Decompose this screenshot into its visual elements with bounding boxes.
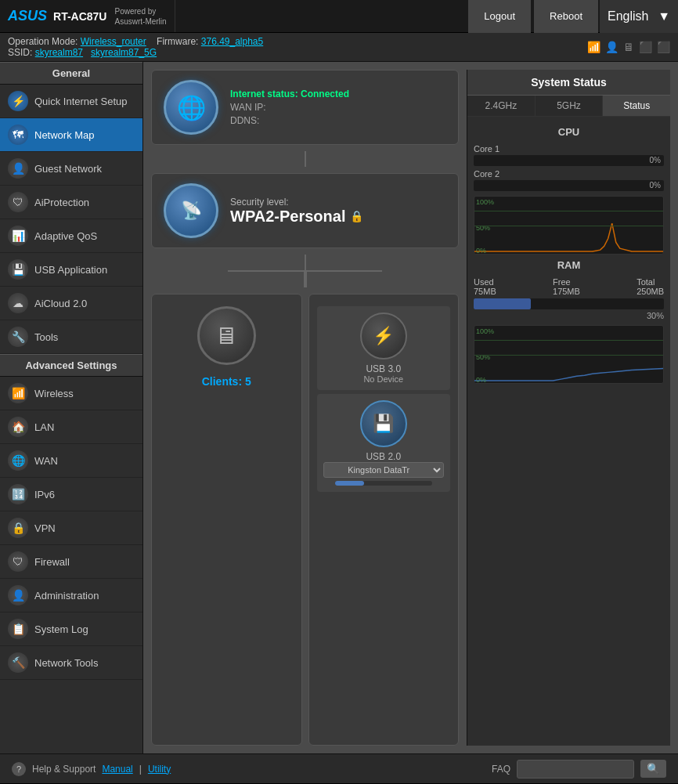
ram-chart: 100% 50% 0% (474, 325, 664, 384)
sidebar-item-vpn[interactable]: 🔒 VPN (0, 511, 142, 545)
core1-label: Core 1 (474, 144, 664, 154)
operation-mode-value[interactable]: Wireless_router (81, 36, 146, 47)
sidebar-item-usb-application[interactable]: 💾 USB Application (0, 253, 142, 287)
tab-5ghz[interactable]: 5GHz (536, 96, 604, 116)
sidebar-item-firewall[interactable]: 🛡 Firewall (0, 545, 142, 579)
core2-label: Core 2 (474, 169, 664, 179)
ram-total-value: 250MB (637, 287, 664, 296)
center-panel: 🌐 Internet status: Connected WAN IP: DDN… (151, 70, 459, 746)
internet-status-label: Internet status: (230, 89, 298, 99)
internet-status-value: Connected (301, 89, 349, 99)
ssid-value1[interactable]: skyrealm87 (35, 47, 83, 58)
sidebar-label-aiprotection: AiProtection (34, 197, 89, 208)
sidebar-item-ipv6[interactable]: 🔢 IPv6 (0, 478, 142, 511)
security-level-label: Security level: (230, 197, 363, 208)
clients-icon: 🖥 (197, 306, 256, 365)
usb-application-icon: 💾 (8, 259, 28, 280)
usb2-device-select[interactable]: Kingston DataTr (323, 462, 445, 478)
lock-icon: 🔒 (350, 210, 363, 222)
sidebar-item-lan[interactable]: 🏠 LAN (0, 410, 142, 444)
clients-number: 5 (245, 375, 251, 388)
usb3-label: USB 3.0 (366, 363, 401, 374)
ram-header: Used 75MB Free 175MB Total 250MB (474, 277, 664, 296)
tab-2-4ghz[interactable]: 2.4GHz (467, 96, 536, 116)
ssid-value2[interactable]: skyrealm87_5G (91, 47, 157, 58)
logo-area: ASUS RT-AC87U Powered by Asuswrt-Merlin (0, 0, 175, 32)
header-nav: Logout Reboot English ▼ (467, 0, 678, 33)
sidebar-item-wan[interactable]: 🌐 WAN (0, 444, 142, 478)
guest-network-icon: 👤 (8, 158, 28, 179)
router-icon: 📡 (164, 183, 218, 238)
sidebar-label-administration: Administration (34, 590, 99, 602)
sidebar-item-quick-internet-setup[interactable]: ⚡ Quick Internet Setup (0, 85, 142, 118)
bottom-panels: 🖥 Clients: 5 ⚡ USB 3.0 No Device (151, 294, 459, 746)
sidebar-item-administration[interactable]: 👤 Administration (0, 579, 142, 612)
help-label: Help & Support (32, 764, 96, 775)
sidebar-item-guest-network[interactable]: 👤 Guest Network (0, 152, 142, 186)
sidebar-item-network-tools[interactable]: 🔨 Network Tools (0, 646, 142, 680)
language-selector[interactable]: English ▼ (600, 0, 678, 33)
quick-setup-icon: ⚡ (8, 91, 28, 111)
ram-pct: 30% (474, 311, 664, 320)
internet-status-box: 🌐 Internet status: Connected WAN IP: DDN… (151, 70, 459, 145)
usb2-progress-bar (335, 481, 432, 486)
sidebar-label-vpn: VPN (34, 522, 56, 534)
lang-value: English (608, 9, 648, 23)
faq-search-button[interactable]: 🔍 (640, 760, 666, 778)
utility-link[interactable]: Utility (148, 764, 171, 775)
manual-link[interactable]: Manual (102, 764, 132, 775)
aicloud-icon: ☁ (8, 293, 28, 313)
clients-panel[interactable]: 🖥 Clients: 5 (151, 294, 302, 746)
vpn-icon: 🔒 (8, 518, 28, 538)
ipv6-icon: 🔢 (8, 484, 28, 504)
sidebar-item-system-log[interactable]: 📋 System Log (0, 612, 142, 646)
ram-free-value: 175MB (553, 287, 580, 296)
status-bar: Operation Mode: Wireless_router Firmware… (0, 33, 678, 62)
wifi-status-icon: 📶 (587, 41, 600, 53)
chart-0-label: 0% (476, 247, 486, 255)
sidebar-item-adaptive-qos[interactable]: 📊 Adaptive QoS (0, 219, 142, 253)
asus-logo: ASUS (8, 8, 47, 24)
firmware-label: Firmware: (157, 36, 198, 47)
operation-mode-label: Operation Mode: (8, 36, 78, 47)
faq-label: FAQ (492, 764, 510, 775)
main-layout: General ⚡ Quick Internet Setup 🗺 Network… (0, 62, 678, 753)
ssid-label: SSID: (8, 47, 32, 58)
sidebar-item-wireless[interactable]: 📶 Wireless (0, 377, 142, 410)
footer-separator: | (139, 764, 142, 775)
sidebar-item-aiprotection[interactable]: 🛡 AiProtection (0, 186, 142, 219)
usb-panel: ⚡ USB 3.0 No Device 💾 USB 2.0 Kingston D… (308, 294, 460, 746)
network-map-icon: 🗺 (8, 125, 28, 145)
usb2-progress-fill (335, 481, 364, 486)
usb3-icon: ⚡ (360, 313, 407, 359)
footer-help: ? Help & Support Manual | Utility (12, 762, 171, 776)
usb-status-icon: ⬛ (639, 41, 652, 53)
faq-search-input[interactable] (517, 760, 634, 779)
logout-button[interactable]: Logout (468, 0, 531, 33)
sidebar-label-guest-network: Guest Network (34, 163, 102, 175)
sidebar-item-tools[interactable]: 🔧 Tools (0, 320, 142, 354)
firmware-value[interactable]: 376.49_alpha5 (201, 36, 263, 47)
help-icon: ? (12, 762, 26, 776)
sidebar-item-aicloud[interactable]: ☁ AiCloud 2.0 (0, 287, 142, 320)
lan-icon: 🏠 (8, 417, 28, 437)
wireless-icon: 📶 (8, 383, 28, 403)
sidebar-label-network-map: Network Map (34, 129, 95, 141)
status-icons: 📶 👤 🖥 ⬛ ⬛ (587, 41, 670, 53)
tree-connector (151, 151, 459, 167)
network-area: 🌐 Internet status: Connected WAN IP: DDN… (143, 62, 678, 753)
sidebar-item-network-map[interactable]: 🗺 Network Map (0, 118, 142, 152)
usb2-item[interactable]: 💾 USB 2.0 Kingston DataTr (317, 394, 451, 492)
ram-section-title: RAM (474, 259, 664, 271)
ram-used-label: Used (474, 277, 496, 287)
usb3-item[interactable]: ⚡ USB 3.0 No Device (317, 306, 451, 390)
ram-total-col: Total 250MB (637, 277, 664, 296)
tab-status[interactable]: Status (603, 96, 670, 116)
router-security-box: 📡 Security level: WPA2-Personal 🔒 (151, 173, 459, 248)
status-content: CPU Core 1 0% Core 2 0% (467, 117, 670, 746)
reboot-button[interactable]: Reboot (534, 0, 598, 33)
wan-icon: 🌐 (8, 450, 28, 471)
sidebar-label-system-log: System Log (34, 623, 88, 635)
sidebar-label-network-tools: Network Tools (34, 657, 98, 669)
user-status-icon: 👤 (605, 41, 618, 53)
